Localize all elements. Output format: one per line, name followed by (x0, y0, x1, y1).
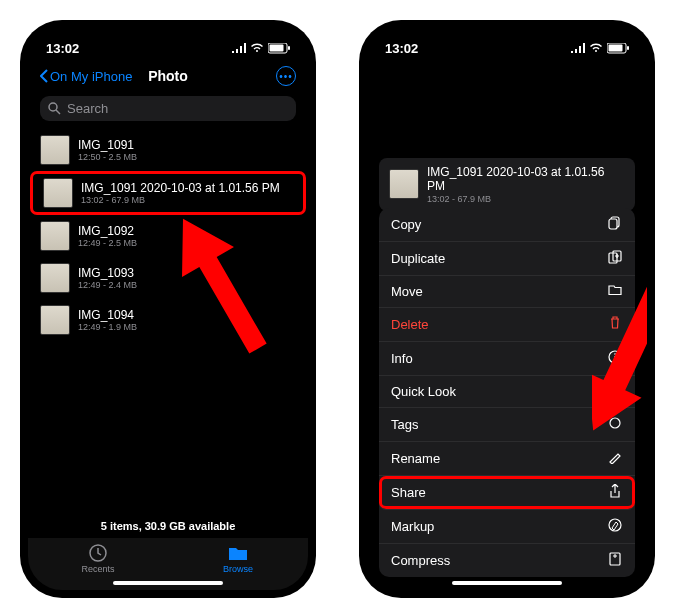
menu-info[interactable]: Info (379, 342, 635, 376)
pencil-icon (607, 450, 623, 467)
search-icon (48, 102, 61, 115)
file-meta: 13:02 - 67.9 MB (427, 194, 625, 204)
info-icon (607, 350, 623, 367)
file-row-highlighted[interactable]: IMG_1091 2020-10-03 at 1.01.56 PM 13:02 … (30, 171, 306, 215)
folder-icon (607, 284, 623, 299)
file-name: IMG_1094 (78, 308, 137, 322)
battery-icon (268, 43, 290, 54)
tag-icon (607, 416, 623, 433)
menu-label: Copy (391, 217, 421, 232)
menu-label: Tags (391, 417, 418, 432)
menu-label: Delete (391, 317, 429, 332)
svg-rect-2 (288, 46, 290, 50)
file-row[interactable]: IMG_1091 12:50 - 2.5 MB (28, 129, 308, 171)
footer-info: 5 items, 30.9 GB available (28, 514, 308, 538)
file-name: IMG_1093 (78, 266, 137, 280)
page-title: Photo (148, 68, 188, 84)
footer: 5 items, 30.9 GB available Recents Brows… (28, 514, 308, 590)
home-indicator[interactable] (113, 581, 223, 585)
eye-icon (607, 384, 623, 399)
copy-icon (607, 216, 623, 233)
file-thumbnail (40, 305, 70, 335)
file-meta: 12:49 - 2.5 MB (78, 238, 137, 248)
menu-label: Share (391, 485, 426, 500)
folder-icon (227, 544, 249, 562)
svg-point-3 (49, 103, 57, 111)
phone-left: 13:02 On My iPhone Photo ••• Search IMG_… (28, 28, 308, 590)
status-time: 13:02 (385, 41, 418, 56)
file-name: IMG_1091 2020-10-03 at 1.01.56 PM (81, 181, 280, 195)
svg-rect-7 (609, 44, 623, 51)
status-bar: 13:02 (367, 28, 647, 62)
context-preview[interactable]: IMG_1091 2020-10-03 at 1.01.56 PM 13:02 … (379, 158, 635, 211)
menu-label: Move (391, 284, 423, 299)
menu-label: Info (391, 351, 413, 366)
svg-rect-1 (270, 44, 284, 51)
wifi-icon (250, 43, 264, 53)
menu-rename[interactable]: Rename (379, 442, 635, 476)
status-time: 13:02 (46, 41, 79, 56)
tab-label: Recents (81, 564, 114, 574)
search-field[interactable]: Search (40, 96, 296, 121)
tab-browse[interactable]: Browse (208, 544, 268, 574)
tab-recents[interactable]: Recents (68, 544, 128, 574)
menu-move[interactable]: Move (379, 276, 635, 308)
menu-compress[interactable]: Compress (379, 544, 635, 577)
trash-icon (607, 316, 623, 333)
file-meta: 12:49 - 1.9 MB (78, 322, 137, 332)
chevron-left-icon (40, 69, 48, 83)
home-indicator[interactable] (452, 581, 562, 585)
file-thumbnail (40, 135, 70, 165)
svg-point-16 (610, 418, 620, 428)
file-meta: 12:50 - 2.5 MB (78, 152, 137, 162)
status-icons (232, 43, 290, 54)
file-meta: 13:02 - 67.9 MB (81, 195, 280, 205)
wifi-icon (589, 43, 603, 53)
menu-label: Markup (391, 519, 434, 534)
file-thumbnail (43, 178, 73, 208)
notch (108, 28, 228, 50)
more-button[interactable]: ••• (276, 66, 296, 86)
file-row[interactable]: IMG_1092 12:49 - 2.5 MB (28, 215, 308, 257)
back-button[interactable]: On My iPhone (40, 69, 132, 84)
compress-icon (607, 552, 623, 569)
file-name: IMG_1091 (78, 138, 137, 152)
duplicate-icon (607, 250, 623, 267)
signal-icon (571, 43, 585, 53)
menu-label: Quick Look (391, 384, 456, 399)
menu-quicklook[interactable]: Quick Look (379, 376, 635, 408)
context-menu: Copy Duplicate Move Delete Info (379, 208, 635, 577)
svg-point-15 (613, 389, 617, 393)
menu-copy[interactable]: Copy (379, 208, 635, 242)
file-name: IMG_1092 (78, 224, 137, 238)
tab-label: Browse (223, 564, 253, 574)
menu-share-highlighted[interactable]: Share (379, 476, 635, 510)
file-thumbnail (40, 263, 70, 293)
file-thumbnail (389, 169, 419, 199)
status-icons (571, 43, 629, 54)
menu-label: Compress (391, 553, 450, 568)
file-meta: 12:49 - 2.4 MB (78, 280, 137, 290)
menu-markup[interactable]: Markup (379, 510, 635, 544)
nav-bar: On My iPhone Photo ••• (28, 62, 308, 92)
file-list: IMG_1091 12:50 - 2.5 MB IMG_1091 2020-10… (28, 129, 308, 341)
menu-label: Duplicate (391, 251, 445, 266)
more-icon: ••• (279, 71, 293, 82)
svg-rect-8 (627, 46, 629, 50)
back-label: On My iPhone (50, 69, 132, 84)
svg-point-14 (614, 353, 616, 355)
file-row[interactable]: IMG_1094 12:49 - 1.9 MB (28, 299, 308, 341)
menu-tags[interactable]: Tags (379, 408, 635, 442)
battery-icon (607, 43, 629, 54)
menu-label: Rename (391, 451, 440, 466)
file-row[interactable]: IMG_1093 12:49 - 2.4 MB (28, 257, 308, 299)
signal-icon (232, 43, 246, 53)
svg-rect-10 (609, 219, 617, 229)
menu-delete[interactable]: Delete (379, 308, 635, 342)
file-name: IMG_1091 2020-10-03 at 1.01.56 PM (427, 165, 625, 194)
file-thumbnail (40, 221, 70, 251)
clock-icon (87, 544, 109, 562)
phone-right: 13:02 IMG_1091 2020-10-03 at 1.01.56 PM … (367, 28, 647, 590)
menu-duplicate[interactable]: Duplicate (379, 242, 635, 276)
markup-icon (607, 518, 623, 535)
